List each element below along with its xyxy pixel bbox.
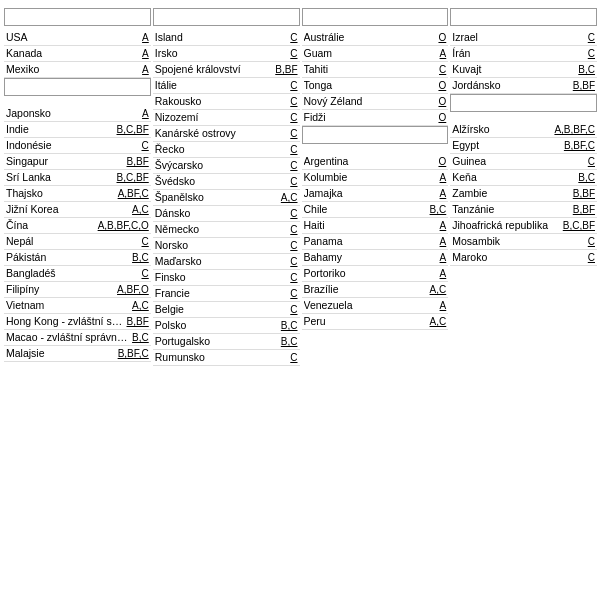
country-code: A xyxy=(440,236,447,247)
search-top-col1[interactable] xyxy=(4,8,151,26)
country-row: VenezuelaA xyxy=(302,298,449,314)
country-code: C xyxy=(290,48,297,59)
country-row: FidžiO xyxy=(302,110,449,126)
country-row: Nový ZélandO xyxy=(302,94,449,110)
country-code: C xyxy=(290,32,297,43)
country-name: Vietnam xyxy=(6,299,130,311)
country-code: A xyxy=(440,172,447,183)
country-row: ŘeckoC xyxy=(153,142,300,158)
country-name: Maroko xyxy=(452,251,586,263)
country-row: Jižní KoreaA,C xyxy=(4,202,151,218)
country-row: AlžírskoA,B,BF,C xyxy=(450,122,597,138)
country-code: B,BF xyxy=(127,316,149,327)
country-name: Guinea xyxy=(452,155,586,167)
country-row: EgyptB,BF,C xyxy=(450,138,597,154)
country-row: MalajsieB,BF,C xyxy=(4,346,151,362)
country-code: A xyxy=(440,300,447,311)
country-name: Bahamy xyxy=(304,251,438,263)
country-name: Malajsie xyxy=(6,347,116,359)
country-code: A xyxy=(142,32,149,43)
country-code: C xyxy=(588,48,595,59)
country-name: Filipíny xyxy=(6,283,115,295)
country-code: C xyxy=(290,176,297,187)
country-row: TanzánieB,BF xyxy=(450,202,597,218)
country-code: O xyxy=(438,96,446,107)
search-mid-col3-6[interactable] xyxy=(302,126,449,144)
country-code: O xyxy=(438,32,446,43)
country-name: Portugalsko xyxy=(155,335,279,347)
country-name: Thajsko xyxy=(6,187,116,199)
country-row: PeruA,C xyxy=(302,314,449,330)
country-name: Mosambik xyxy=(452,235,586,247)
country-row: AustrálieO xyxy=(302,30,449,46)
country-name: Španělsko xyxy=(155,191,279,203)
country-name: Singapur xyxy=(6,155,125,167)
country-code: C xyxy=(588,156,595,167)
country-name: Macao - zvláštní správní oblast ČLR xyxy=(6,331,130,343)
country-code: C xyxy=(290,272,297,283)
country-row: USAA xyxy=(4,30,151,46)
country-row: IslandC xyxy=(153,30,300,46)
country-name: Tahiti xyxy=(304,63,438,75)
country-name: Finsko xyxy=(155,271,289,283)
country-row: NorskoC xyxy=(153,238,300,254)
country-name: Švýcarsko xyxy=(155,159,289,171)
country-name: Indonésie xyxy=(6,139,140,151)
country-code: B,C,BF xyxy=(563,220,595,231)
column-col1: USAAKanadaAMexikoAJaponskoAIndieB,C,BFIn… xyxy=(4,8,151,362)
country-row: JordánskoB,BF xyxy=(450,78,597,94)
country-code: B,C xyxy=(578,172,595,183)
country-name: Chile xyxy=(304,203,428,215)
country-name: Jihoafrická republika xyxy=(452,219,561,231)
search-top-col4[interactable] xyxy=(450,8,597,26)
search-top-col3[interactable] xyxy=(302,8,449,26)
country-name: Kanada xyxy=(6,47,140,59)
country-name: Peru xyxy=(304,315,428,327)
country-code: A xyxy=(142,64,149,75)
country-row: NizozemíC xyxy=(153,110,300,126)
country-row: ÍránC xyxy=(450,46,597,62)
country-name: Rumunsko xyxy=(155,351,289,363)
country-code: C xyxy=(142,140,149,151)
country-row: PolskoB,C xyxy=(153,318,300,334)
country-row: IzraelC xyxy=(450,30,597,46)
country-code: A,BF,C xyxy=(118,188,149,199)
columns-wrapper: USAAKanadaAMexikoAJaponskoAIndieB,C,BFIn… xyxy=(4,8,597,366)
country-code: O xyxy=(438,112,446,123)
country-name: Itálie xyxy=(155,79,289,91)
search-top-col2[interactable] xyxy=(153,8,300,26)
country-code: A xyxy=(440,252,447,263)
country-row: FinskoC xyxy=(153,270,300,286)
country-code: C xyxy=(588,32,595,43)
country-row: IndieB,C,BF xyxy=(4,122,151,138)
country-code: B,C xyxy=(578,64,595,75)
country-row: GuamA xyxy=(302,46,449,62)
country-row: RumunskoC xyxy=(153,350,300,366)
country-row: ŠvédskoC xyxy=(153,174,300,190)
country-name: USA xyxy=(6,31,140,43)
country-name: Čína xyxy=(6,219,96,231)
country-code: B,C xyxy=(132,252,149,263)
country-name: Dánsko xyxy=(155,207,289,219)
country-name: Kuvajt xyxy=(452,63,576,75)
country-name: Haiti xyxy=(304,219,438,231)
search-mid-col4-4[interactable] xyxy=(450,94,597,112)
country-name: Guam xyxy=(304,47,438,59)
country-name: Izrael xyxy=(452,31,586,43)
country-name: Zambie xyxy=(452,187,571,199)
country-name: Fidži xyxy=(304,111,437,123)
country-code: B,BF xyxy=(573,80,595,91)
country-row: NepálC xyxy=(4,234,151,250)
country-name: Tonga xyxy=(304,79,437,91)
country-row: DánskoC xyxy=(153,206,300,222)
country-name: Hong Kong - zvláštní správní oblast ČLR xyxy=(6,315,125,327)
country-row: ČínaA,B,BF,C,O xyxy=(4,218,151,234)
country-name: Brazílie xyxy=(304,283,428,295)
country-code: O xyxy=(438,156,446,167)
country-name: Austrálie xyxy=(304,31,437,43)
country-row: Hong Kong - zvláštní správní oblast ČLRB… xyxy=(4,314,151,330)
country-name: Kolumbie xyxy=(304,171,438,183)
country-code: C xyxy=(290,96,297,107)
search-mid-col1-3[interactable] xyxy=(4,78,151,96)
country-row: JamajkaA xyxy=(302,186,449,202)
